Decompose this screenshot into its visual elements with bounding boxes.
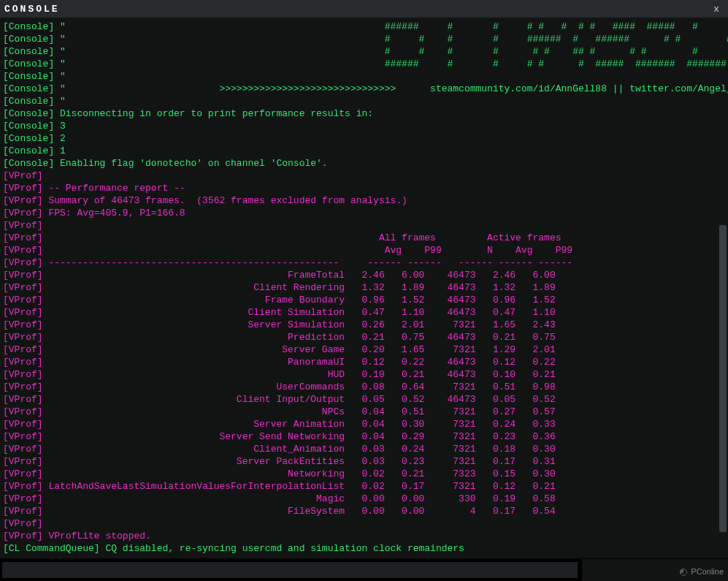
console-line: [VProf] Server PackEntities 0.03 0.23 73… bbox=[3, 455, 728, 468]
console-line: [Console] 3 bbox=[3, 120, 728, 132]
console-line: [Console] 2 bbox=[3, 132, 728, 145]
console-line: [CL CommandQueue] CQ disabled, re-syncin… bbox=[3, 542, 728, 555]
console-line: [VProf] -- Performance report -- bbox=[3, 182, 728, 194]
console-line: [VProf] VProfLite stopped. bbox=[3, 530, 728, 542]
console-line: [VProf] FileSystem 0.00 0.00 4 0.17 0.54 bbox=[3, 505, 728, 517]
console-line: [Console] " bbox=[3, 95, 728, 107]
console-line: [VProf] All frames Active frames bbox=[3, 232, 728, 244]
console-line: [VProf] Networking 0.02 0.21 7323 0.15 0… bbox=[3, 468, 728, 480]
console-line: [VProf] Client Rendering 1.32 1.89 46473… bbox=[3, 281, 728, 294]
console-line: [VProf] UserCommands 0.08 0.64 7321 0.51… bbox=[3, 381, 728, 393]
console-line: [VProf] Server Game 0.20 1.65 7321 1.29 … bbox=[3, 343, 728, 356]
window-title: CONSOLE bbox=[4, 3, 60, 15]
console-output[interactable]: [Console] " ###### # # # # # # # #### ##… bbox=[0, 18, 728, 558]
console-line: [VProf] bbox=[3, 170, 728, 182]
console-line: [VProf] Avg P99 N Avg P99 bbox=[3, 244, 728, 257]
console-line: [VProf] Server Simulation 0.26 2.01 7321… bbox=[3, 319, 728, 331]
console-line: [VProf] FrameTotal 2.46 6.00 46473 2.46 … bbox=[3, 269, 728, 281]
console-line: [VProf] Frame Boundary 0.96 1.52 46473 0… bbox=[3, 294, 728, 306]
console-line: [VProf] Server Animation 0.04 0.30 7321 … bbox=[3, 418, 728, 430]
brand-icon bbox=[679, 568, 688, 577]
console-line: [VProf] Prediction 0.21 0.75 46473 0.21 … bbox=[3, 331, 728, 343]
console-line: [Console] " # # # # ###### # ###### # # … bbox=[3, 33, 728, 45]
console-line: [VProf] bbox=[3, 219, 728, 232]
console-line: [VProf] PanoramaUI 0.12 0.22 46473 0.12 … bbox=[3, 356, 728, 368]
console-line: [VProf] bbox=[3, 517, 728, 530]
watermark: PConline bbox=[679, 566, 724, 578]
watermark-text: PConline bbox=[691, 566, 724, 578]
console-line: [Console] " # # # # # # ## # # # # bbox=[3, 45, 728, 58]
console-line: [VProf] FPS: Avg=405.9, P1=166.8 bbox=[3, 207, 728, 219]
console-line: [VProf] Client Simulation 0.47 1.10 4647… bbox=[3, 306, 728, 319]
close-icon[interactable]: x bbox=[709, 3, 724, 15]
console-line: [VProf] --------------------------------… bbox=[3, 257, 728, 269]
console-line: [VProf] HUD 0.10 0.21 46473 0.10 0.21 bbox=[3, 368, 728, 381]
console-line: [VProf] Client Input/Output 0.05 0.52 46… bbox=[3, 393, 728, 406]
titlebar: CONSOLE x bbox=[0, 0, 728, 18]
console-line: [Console] " >>>>>>>>>>>>>>>>>>>>>>>>>>>>… bbox=[3, 83, 728, 95]
console-line: [VProf] Summary of 46473 frames. (3562 f… bbox=[3, 194, 728, 207]
status-right: PConline bbox=[582, 559, 728, 581]
console-line: [Console] Enabling flag 'donotecho' on c… bbox=[3, 157, 728, 170]
console-line: [Console] 1 bbox=[3, 145, 728, 157]
console-line: [Console] Disconnecting in order to prin… bbox=[3, 107, 728, 120]
input-bar: PConline bbox=[0, 559, 728, 581]
console-input[interactable] bbox=[2, 562, 578, 578]
scrollbar-thumb[interactable] bbox=[719, 225, 727, 532]
console-line: [VProf] NPCs 0.04 0.51 7321 0.27 0.57 bbox=[3, 406, 728, 418]
scrollbar[interactable] bbox=[719, 20, 727, 561]
console-line: [Console] " bbox=[3, 70, 728, 83]
console-line: [VProf] LatchAndSaveLastSimulationValues… bbox=[3, 480, 728, 493]
console-line: [VProf] Client_Animation 0.03 0.24 7321 … bbox=[3, 443, 728, 455]
console-line: [Console] " ###### # # # # # ##### #####… bbox=[3, 58, 728, 70]
console-line: [VProf] Server Send Networking 0.04 0.29… bbox=[3, 430, 728, 443]
console-line: [VProf] Magic 0.00 0.00 330 0.19 0.58 bbox=[3, 493, 728, 505]
console-line: [Console] " ###### # # # # # # # #### ##… bbox=[3, 20, 728, 33]
